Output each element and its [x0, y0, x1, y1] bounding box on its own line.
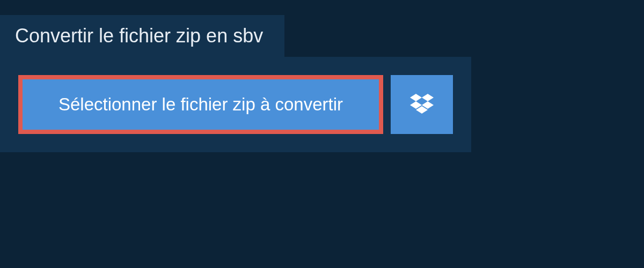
dropbox-icon: [410, 94, 434, 115]
select-file-label: Sélectionner le fichier zip à convertir: [58, 94, 343, 115]
tab-label: Convertir le fichier zip en sbv: [15, 25, 263, 47]
tab-bar: Convertir le fichier zip en sbv: [0, 0, 644, 57]
dropbox-button[interactable]: [391, 75, 453, 134]
select-file-button[interactable]: Sélectionner le fichier zip à convertir: [18, 75, 383, 134]
main-panel: Sélectionner le fichier zip à convertir: [0, 57, 471, 152]
tab-convert[interactable]: Convertir le fichier zip en sbv: [0, 15, 284, 57]
button-row: Sélectionner le fichier zip à convertir: [18, 75, 453, 134]
